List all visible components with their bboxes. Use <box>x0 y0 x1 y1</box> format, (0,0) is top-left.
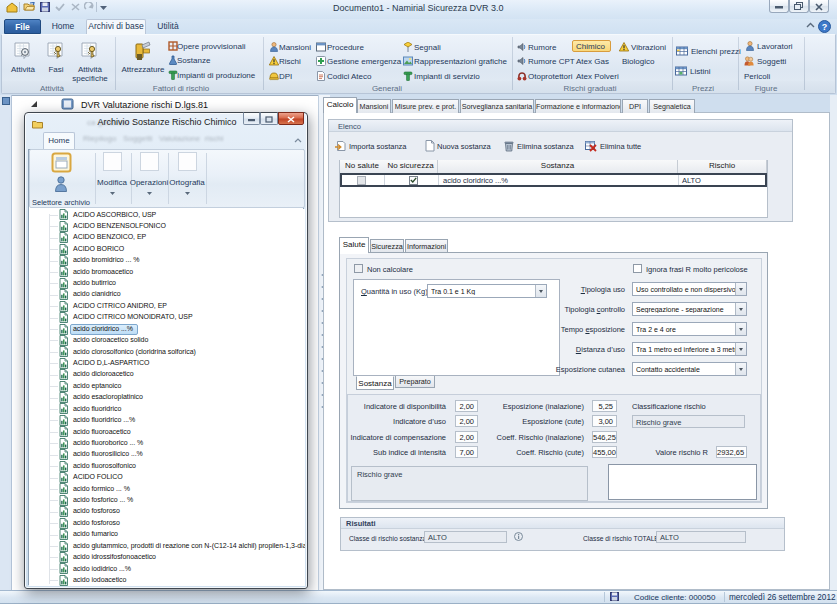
svg-text:?: ? <box>822 22 828 32</box>
